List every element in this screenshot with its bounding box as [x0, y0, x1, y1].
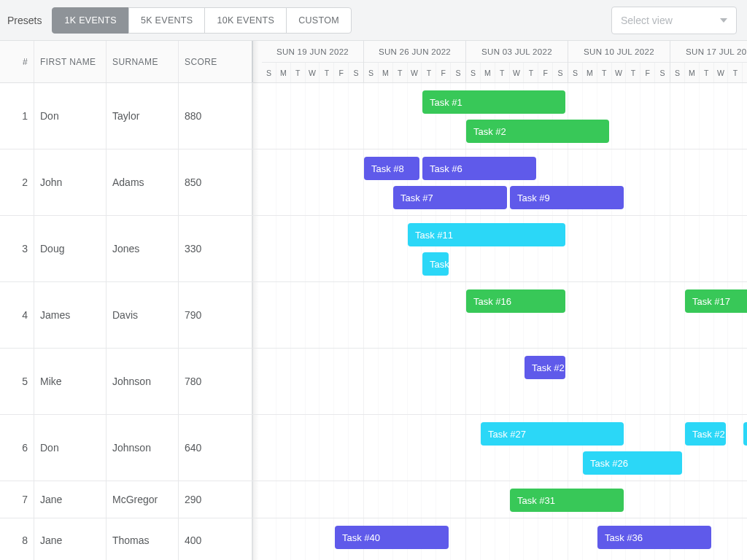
day-header: M: [685, 63, 700, 82]
row-timeline[interactable]: Task #27Task #2Task #26: [253, 415, 747, 481]
cell-score: 400: [179, 518, 253, 560]
row-locked-cells: 3DougJones330: [0, 216, 253, 281]
week-header: SUN 03 JUL 2022SMTWTFS: [466, 41, 568, 82]
preset-button-0[interactable]: 1K EVENTS: [52, 7, 128, 34]
cell-score: 330: [179, 216, 253, 281]
row-index: 3: [0, 216, 34, 281]
task-bar[interactable]: Task #1: [422, 90, 565, 114]
task-bar[interactable]: Task #2: [525, 356, 565, 379]
row-timeline[interactable]: Task #2: [253, 349, 747, 414]
row-timeline[interactable]: Task #16Task #17: [253, 282, 747, 348]
cell-score: 780: [179, 349, 253, 414]
timeline-header[interactable]: SUN 19 JUN 2022SMTWTFSSUN 26 JUN 2022SMT…: [253, 41, 747, 82]
col-header-score[interactable]: SCORE: [179, 41, 253, 82]
locked-columns-header: # FIRST NAME SURNAME SCORE: [0, 41, 253, 82]
row-locked-cells: 6DonJohnson640: [0, 415, 253, 481]
task-bar[interactable]: Task #31: [510, 489, 624, 512]
table-row: 3DougJones330Task #11Task: [0, 216, 747, 282]
day-header: M: [379, 63, 393, 82]
row-timeline[interactable]: Task #40Task #36: [253, 518, 747, 560]
select-view-dropdown[interactable]: Select view: [611, 7, 737, 34]
row-index: 1: [0, 83, 34, 149]
cell-surname: Thomas: [107, 518, 179, 560]
table-row: 8JaneThomas400Task #40Task #36: [0, 518, 747, 560]
select-view-placeholder: Select view: [621, 15, 673, 26]
row-timeline[interactable]: Task #1Task #2: [253, 83, 747, 149]
week-label: SUN 03 JUL 2022: [466, 41, 568, 63]
day-header: T: [495, 63, 510, 82]
task-bar[interactable]: Task #6: [422, 157, 536, 180]
col-header-surname[interactable]: SURNAME: [107, 41, 179, 82]
row-index: 4: [0, 282, 34, 348]
cell-score: 640: [179, 415, 253, 481]
cell-surname: McGregor: [107, 481, 179, 518]
task-bar[interactable]: Task #36: [597, 526, 711, 549]
day-header: T: [422, 63, 436, 82]
table-row: 6DonJohnson640Task #27Task #2Task #26: [0, 415, 747, 481]
table-row: 1DonTaylor880Task #1Task #2: [0, 83, 747, 149]
day-header: S: [568, 63, 583, 82]
col-header-firstname[interactable]: FIRST NAME: [34, 41, 107, 82]
row-locked-cells: 5MikeJohnson780: [0, 349, 253, 414]
toolbar: Presets 1K EVENTS5K EVENTS10K EVENTSCUST…: [0, 0, 747, 41]
cell-surname: Johnson: [107, 349, 179, 414]
day-header: T: [700, 63, 714, 82]
day-header: S: [655, 63, 670, 82]
row-locked-cells: 8JaneThomas400: [0, 518, 253, 560]
preset-buttons: 1K EVENTS5K EVENTS10K EVENTSCUSTOM: [52, 7, 351, 34]
preset-button-1[interactable]: 5K EVENTS: [128, 7, 205, 34]
day-header: F: [640, 63, 655, 82]
day-header: W: [510, 63, 525, 82]
week-header: SUN 10 JUL 2022SMTWTFS: [568, 41, 670, 82]
cell-surname: Adams: [107, 149, 179, 215]
cell-surname: Jones: [107, 216, 179, 281]
day-header: W: [408, 63, 422, 82]
cell-firstname: Doug: [34, 216, 107, 281]
day-header: S: [466, 63, 481, 82]
cell-score: 790: [179, 282, 253, 348]
preset-button-3[interactable]: CUSTOM: [286, 7, 352, 34]
week-header: SUN 17 JUL 2022SMTWTFS: [670, 41, 747, 82]
task-bar[interactable]: Task #2: [466, 120, 609, 143]
task-bar[interactable]: Task #27: [481, 422, 624, 446]
week-header: SUN 26 JUN 2022SMTWTFS: [364, 41, 466, 82]
presets-label: Presets: [7, 15, 42, 26]
day-header: T: [393, 63, 408, 82]
day-header: W: [714, 63, 729, 82]
task-bar[interactable]: Task #9: [510, 186, 624, 209]
day-header: S: [451, 63, 465, 82]
preset-button-2[interactable]: 10K EVENTS: [204, 7, 287, 34]
task-bar[interactable]: Task #8: [364, 157, 419, 180]
task-bar[interactable]: Task #17: [685, 289, 747, 313]
cell-firstname: Don: [34, 415, 107, 481]
cell-firstname: Don: [34, 83, 107, 149]
row-index: 8: [0, 518, 34, 560]
row-timeline[interactable]: Task #11Task: [253, 216, 747, 281]
cell-surname: Davis: [107, 282, 179, 348]
task-bar[interactable]: Task #16: [466, 289, 565, 313]
task-bar[interactable]: [743, 422, 747, 446]
cell-score: 290: [179, 481, 253, 518]
day-header: S: [262, 63, 276, 82]
task-bar[interactable]: Task #11: [408, 223, 565, 246]
day-header: T: [626, 63, 640, 82]
cell-firstname: James: [34, 282, 107, 348]
cell-firstname: Jane: [34, 481, 107, 518]
task-bar[interactable]: Task #26: [583, 451, 682, 475]
cell-score: 880: [179, 83, 253, 149]
day-header: S: [364, 63, 379, 82]
task-bar[interactable]: Task #2: [685, 422, 726, 446]
cell-surname: Johnson: [107, 415, 179, 481]
task-bar[interactable]: Task: [422, 252, 449, 276]
task-bar[interactable]: Task #40: [335, 526, 449, 549]
scheduler-grid: # FIRST NAME SURNAME SCORE SUN 19 JUN 20…: [0, 41, 747, 560]
row-locked-cells: 1DonTaylor880: [0, 83, 253, 149]
day-header: S: [349, 63, 363, 82]
row-locked-cells: 2JohnAdams850: [0, 149, 253, 215]
row-timeline[interactable]: Task #8Task #6Task #7Task #9: [253, 149, 747, 215]
task-bar[interactable]: Task #7: [393, 186, 507, 209]
row-timeline[interactable]: Task #31: [253, 481, 747, 518]
day-header: W: [612, 63, 627, 82]
col-header-index[interactable]: #: [0, 41, 34, 82]
row-index: 2: [0, 149, 34, 215]
